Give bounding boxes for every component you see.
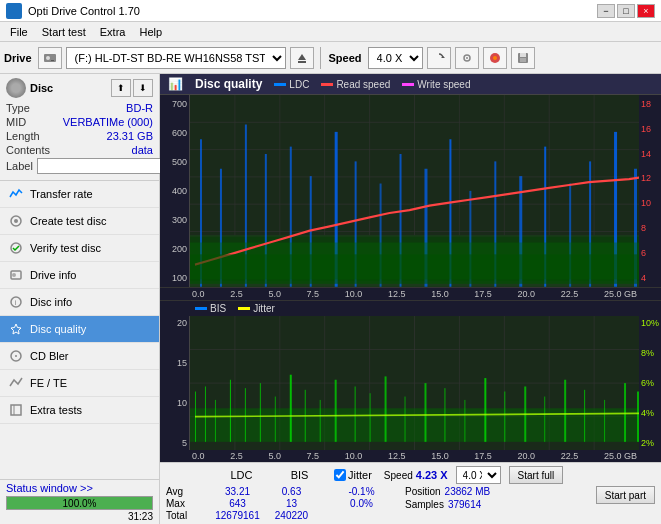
- nav-disc-quality[interactable]: Disc quality: [0, 316, 159, 343]
- burn-icon: [489, 52, 501, 64]
- svg-rect-94: [464, 400, 465, 442]
- total-jitter-empty: [334, 510, 389, 521]
- upper-x-axis: 0.0 2.5 5.0 7.5 10.0 12.5 15.0 17.5 20.0…: [160, 288, 661, 301]
- y-right-10: 10: [641, 198, 659, 208]
- lower-y-right-10: 10%: [641, 318, 659, 328]
- save-icon: [517, 52, 529, 64]
- maximize-button[interactable]: □: [617, 4, 635, 18]
- nav-create-test-disc[interactable]: Create test disc: [0, 208, 159, 235]
- speed-selector[interactable]: 4.0 X Max 2.0 X 1.0 X: [368, 47, 423, 69]
- x-label-20: 20.0: [518, 289, 536, 299]
- menu-file[interactable]: File: [4, 24, 34, 40]
- lower-y-right-4: 4%: [641, 408, 659, 418]
- start-part-button[interactable]: Start part: [596, 486, 655, 504]
- upper-y-axis-left: 700 600 500 400 300 200 100: [160, 95, 190, 287]
- nav-fe-te-label: FE / TE: [30, 377, 67, 389]
- disc-section-title: Disc: [30, 82, 53, 94]
- drive-icon-btn[interactable]: [38, 47, 62, 69]
- stats-grid: Avg 33.21 0.63 -0.1% Max 643 13 0.0% Tot…: [166, 486, 389, 521]
- max-jitter: 0.0%: [334, 498, 389, 509]
- burn-button[interactable]: [483, 47, 507, 69]
- nav-disc-info[interactable]: i Disc info: [0, 289, 159, 316]
- progress-bar-fill: 100.0%: [7, 497, 152, 509]
- y-label-400: 400: [162, 186, 187, 196]
- eject-button[interactable]: [290, 47, 314, 69]
- disc-action-btn2[interactable]: ⬇: [133, 79, 153, 97]
- svg-rect-100: [584, 390, 585, 442]
- y-right-14: 14: [641, 149, 659, 159]
- nav-cd-bler[interactable]: CD Bler: [0, 343, 159, 370]
- lower-x-spacer-left: [160, 451, 190, 461]
- y-right-8: 8: [641, 223, 659, 233]
- settings-button[interactable]: [455, 47, 479, 69]
- svg-rect-4: [298, 61, 306, 63]
- chart-header: 📊 Disc quality LDC Read speed Write spee…: [160, 74, 661, 95]
- app-logo: [6, 3, 22, 19]
- right-panel: 📊 Disc quality LDC Read speed Write spee…: [160, 74, 661, 524]
- disc-action-btn1[interactable]: ⬆: [111, 79, 131, 97]
- titlebar: Opti Drive Control 1.70 − □ ×: [0, 0, 661, 22]
- lower-chart-legend: BIS Jitter: [160, 301, 661, 316]
- upper-chart-container: 700 600 500 400 300 200 100: [160, 95, 661, 288]
- legend-ldc-color: [274, 83, 286, 86]
- nav-transfer-rate[interactable]: Transfer rate: [0, 181, 159, 208]
- close-button[interactable]: ×: [637, 4, 655, 18]
- svg-rect-11: [520, 53, 526, 57]
- drive-selector[interactable]: (F:) HL-DT-ST BD-RE WH16NS58 TST4: [66, 47, 286, 69]
- charts-area: 700 600 500 400 300 200 100: [160, 95, 661, 462]
- y-right-12: 12: [641, 173, 659, 183]
- speed-display-container: Speed 4.23 X: [384, 469, 448, 481]
- svg-rect-82: [260, 383, 261, 442]
- refresh-button[interactable]: [427, 47, 451, 69]
- x-label-10: 10.0: [345, 289, 363, 299]
- legend-bis-label: BIS: [210, 303, 226, 314]
- disc-label-row: Label 🖊: [6, 158, 153, 174]
- svg-rect-92: [424, 383, 426, 442]
- nav-fe-te[interactable]: FE / TE: [0, 370, 159, 397]
- save-button[interactable]: [511, 47, 535, 69]
- menu-start-test[interactable]: Start test: [36, 24, 92, 40]
- legend-jitter: Jitter: [238, 303, 275, 314]
- jitter-checkbox[interactable]: [334, 469, 346, 481]
- avg-empty: [318, 486, 330, 497]
- y-right-16: 16: [641, 124, 659, 134]
- svg-rect-83: [275, 396, 276, 441]
- progress-bar-container: 100.0%: [6, 496, 153, 510]
- svg-rect-86: [320, 400, 321, 442]
- max-ldc: 643: [210, 498, 265, 509]
- chart-title: Disc quality: [195, 77, 262, 91]
- legend-write-speed: Write speed: [402, 79, 470, 90]
- disc-label-input[interactable]: [37, 158, 166, 174]
- position-samples: Position 23862 MB Samples 379614: [405, 486, 490, 510]
- menu-extra[interactable]: Extra: [94, 24, 132, 40]
- position-value: 23862 MB: [445, 486, 491, 497]
- lower-x-labels: 0.0 2.5 5.0 7.5 10.0 12.5 15.0 17.5 20.0…: [190, 451, 639, 461]
- speed-select-small[interactable]: 4.0 X Max: [456, 466, 501, 484]
- legend-jitter-color: [238, 307, 250, 310]
- start-part-container: Start part: [596, 486, 655, 504]
- position-row: Position 23862 MB: [405, 486, 490, 497]
- svg-point-14: [14, 219, 18, 223]
- start-full-button[interactable]: Start full: [509, 466, 564, 484]
- status-window-button[interactable]: Status window >>: [6, 482, 93, 494]
- disc-info-icon: i: [8, 294, 24, 310]
- lower-x-7-5: 7.5: [307, 451, 320, 461]
- svg-rect-90: [385, 376, 387, 441]
- nav-verify-test-disc[interactable]: Verify test disc: [0, 235, 159, 262]
- svg-rect-91: [405, 396, 406, 441]
- lower-y-10: 10: [162, 398, 187, 408]
- lower-y-axis-left: 20 15 10 5: [160, 316, 190, 450]
- y-right-4: 4: [641, 273, 659, 283]
- menu-help[interactable]: Help: [133, 24, 168, 40]
- svg-rect-96: [504, 391, 505, 441]
- nav-drive-info[interactable]: Drive info: [0, 262, 159, 289]
- svg-rect-89: [370, 393, 371, 442]
- nav-transfer-rate-label: Transfer rate: [30, 188, 93, 200]
- minimize-button[interactable]: −: [597, 4, 615, 18]
- lower-x-spacer-right: [639, 451, 661, 461]
- x-label-17-5: 17.5: [474, 289, 492, 299]
- svg-point-9: [493, 56, 497, 60]
- y-label-100: 100: [162, 273, 187, 283]
- nav-extra-tests[interactable]: Extra tests: [0, 397, 159, 424]
- nav-create-test-disc-label: Create test disc: [30, 215, 106, 227]
